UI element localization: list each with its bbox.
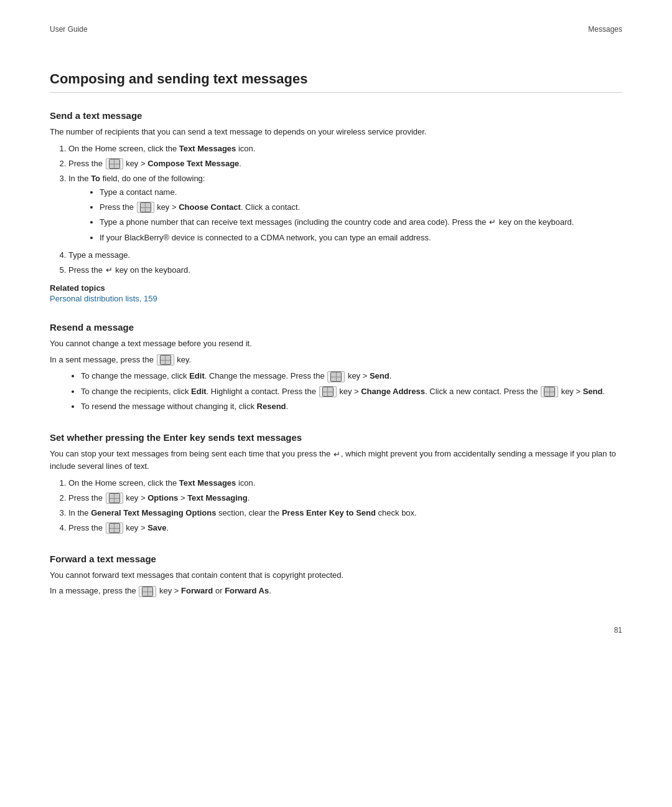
header-left: User Guide (50, 25, 88, 34)
enter-key-icon-3: ↵ (334, 448, 340, 461)
send-substep-3: Type a phone number that can receive tex… (100, 215, 622, 230)
resend-substeps-list: To change the message, click Edit. Chang… (81, 369, 622, 413)
menu-key-icon-7 (106, 493, 123, 504)
send-step-1: On the Home screen, click the Text Messa… (68, 142, 622, 156)
menu-key-icon-8 (106, 522, 123, 534)
enter-key-step-2: Press the key > Options > Text Messaging… (68, 491, 622, 505)
resend-substep-3: To resend the message without changing i… (81, 400, 622, 413)
send-substep-2: Press the key > Choose Contact. Click a … (100, 201, 622, 214)
resend-substep-2: To change the recipients, click Edit. Hi… (81, 385, 622, 399)
section-heading-resend: Resend a message (50, 322, 622, 333)
related-topics: Related topics Personal distribution lis… (50, 283, 622, 303)
page-number: 81 (614, 626, 622, 635)
menu-key-icon-6 (541, 386, 558, 397)
section-heading-send: Send a text message (50, 110, 622, 121)
page-header: User Guide Messages (50, 25, 622, 34)
menu-key-icon-9 (139, 586, 156, 597)
related-topics-label: Related topics (50, 283, 622, 293)
page-title: Composing and sending text messages (50, 71, 622, 93)
enter-key-icon-2: ↵ (106, 263, 113, 277)
enter-key-step-3: In the General Text Messaging Options se… (68, 506, 622, 520)
send-step-4: Type a message. (68, 248, 622, 262)
section-heading-enter-key: Set whether pressing the Enter key sends… (50, 432, 622, 443)
header-right: Messages (588, 25, 622, 34)
send-intro: The number of recipients that you can se… (50, 126, 622, 138)
send-steps-list: On the Home screen, click the Text Messa… (68, 142, 622, 278)
enter-key-step-1: On the Home screen, click the Text Messa… (68, 476, 622, 490)
send-substep-1: Type a contact name. (100, 186, 622, 199)
section-heading-forward: Forward a text message (50, 554, 622, 564)
menu-key-icon-2 (137, 202, 154, 213)
menu-key-icon-3 (157, 354, 174, 366)
enter-key-step-4: Press the key > Save. (68, 521, 622, 535)
send-substeps-list: Type a contact name. Press the key > Cho… (100, 186, 622, 245)
enter-key-steps-list: On the Home screen, click the Text Messa… (68, 476, 622, 535)
section-forward-text-message: Forward a text message You cannot forwar… (50, 554, 622, 597)
section-resend-message: Resend a message You cannot change a tex… (50, 322, 622, 413)
enter-key-icon: ↵ (489, 215, 496, 229)
resend-intro2: In a sent message, press the key. (50, 354, 622, 366)
related-link-personal-distribution[interactable]: Personal distribution lists, 159 (50, 294, 157, 303)
forward-intro: You cannot forward text messages that co… (50, 569, 622, 582)
section-enter-key: Set whether pressing the Enter key sends… (50, 432, 622, 535)
send-step-2: Press the key > Compose Text Message. (68, 157, 622, 171)
section-send-text-message: Send a text message The number of recipi… (50, 110, 622, 303)
resend-intro: You cannot change a text message before … (50, 337, 622, 350)
enter-key-intro: You can stop your text messages from bei… (50, 448, 622, 473)
send-step-5: Press the ↵ key on the keyboard. (68, 263, 622, 278)
menu-key-icon-4 (327, 371, 345, 382)
send-substep-4: If your BlackBerry® device is connected … (100, 231, 622, 245)
send-step-3: In the To field, do one of the following… (68, 172, 622, 245)
menu-key-icon (106, 158, 123, 169)
resend-substep-1: To change the message, click Edit. Chang… (81, 369, 622, 383)
forward-intro2: In a message, press the key > Forward or… (50, 585, 622, 597)
menu-key-icon-5 (319, 386, 337, 397)
